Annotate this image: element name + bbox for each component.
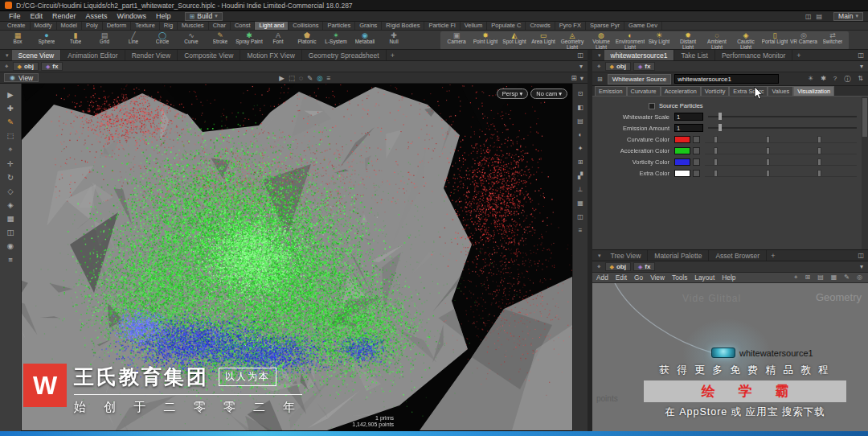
- shelf-tool[interactable]: ▮ Tube: [61, 31, 90, 45]
- shelf-tool[interactable]: ⬟ Platonic: [293, 31, 321, 45]
- param-slider[interactable]: [708, 127, 857, 129]
- param-value-field[interactable]: 1: [674, 113, 703, 121]
- shelf-tab[interactable]: Crowds: [526, 22, 555, 30]
- shelf-tab[interactable]: Rig: [160, 22, 178, 30]
- slider-handle[interactable]: [766, 147, 770, 154]
- view-toolbar-icon[interactable]: ◌: [299, 74, 303, 82]
- pane-maximize-icon[interactable]: ◫: [575, 51, 585, 59]
- param-header-icon[interactable]: ⓘ: [842, 75, 852, 84]
- shelf-tool[interactable]: ⇄ Switcher: [818, 31, 847, 50]
- shelf-tool[interactable]: ▣ Camera: [442, 31, 471, 50]
- shelf-tab[interactable]: Const: [231, 22, 256, 30]
- color-sliders[interactable]: [705, 147, 857, 154]
- view-toolbar-icon[interactable]: ▶: [279, 74, 285, 82]
- pane-tab[interactable]: Asset Browser: [709, 250, 767, 261]
- network-menu-item[interactable]: Add: [596, 274, 608, 282]
- slider-handle[interactable]: [766, 136, 770, 143]
- slider-handle[interactable]: [817, 158, 821, 166]
- add-tab-button[interactable]: +: [792, 51, 805, 60]
- slider-handle[interactable]: [817, 147, 821, 154]
- view-toolbar-icon[interactable]: ⬚: [289, 74, 295, 82]
- monitor-icon[interactable]: ◫: [804, 13, 813, 20]
- shelf-tab[interactable]: Particles: [323, 22, 355, 30]
- color-sliders[interactable]: [705, 158, 857, 166]
- pin-icon[interactable]: ⌖: [3, 63, 10, 71]
- view-toolbar-icon[interactable]: ≡: [327, 74, 331, 82]
- desktop-selector[interactable]: ⊞ Build ▾: [185, 12, 223, 21]
- path-chip[interactable]: ◆ obj: [605, 262, 631, 271]
- network-menu-item[interactable]: Help: [722, 274, 735, 282]
- path-chip[interactable]: ◆ obj: [13, 62, 39, 71]
- tool-column-icon[interactable]: ≡: [8, 255, 13, 264]
- scrollbar-thumb[interactable]: [862, 98, 867, 137]
- param-header-icon[interactable]: ✳: [806, 75, 815, 84]
- tool-column-icon[interactable]: ▦: [7, 214, 14, 223]
- pane-menu-icon[interactable]: ▾: [595, 52, 604, 59]
- shelf-tool[interactable]: ◌ Ambient Light: [702, 31, 731, 50]
- path-chip[interactable]: ◈ fx: [633, 262, 656, 271]
- path-chip[interactable]: ◈ fx: [633, 62, 656, 71]
- main-desktop-chip[interactable]: Main ▾: [833, 12, 863, 21]
- tool-column-icon[interactable]: ↻: [7, 173, 14, 182]
- shelf-tool[interactable]: ▭ Area Light: [529, 31, 558, 50]
- menu-item[interactable]: Render: [48, 12, 80, 20]
- node-name-field[interactable]: [674, 74, 779, 84]
- menu-item[interactable]: Windows: [113, 12, 151, 20]
- menu-item[interactable]: Edit: [27, 12, 47, 20]
- pane-tab[interactable]: Tree View: [604, 250, 649, 261]
- pane-tab[interactable]: Motion FX View: [240, 50, 301, 60]
- slider-handle[interactable]: [719, 124, 722, 131]
- pane-tab[interactable]: Performance Monitor: [715, 50, 792, 60]
- tool-column-icon[interactable]: ◫: [7, 228, 14, 237]
- shelf-tool[interactable]: ◉ Metaball: [350, 31, 379, 45]
- path-chip[interactable]: ◆ obj: [605, 62, 631, 71]
- display-option-icon[interactable]: ⊡: [578, 90, 583, 97]
- layout-icon[interactable]: ▤: [814, 13, 824, 20]
- shelf-tool[interactable]: ◍ Volume Light: [587, 31, 616, 50]
- shelf-tab[interactable]: Modify: [31, 22, 57, 30]
- tool-column-icon[interactable]: ✛: [7, 159, 14, 168]
- slider-handle[interactable]: [714, 170, 718, 177]
- display-option-icon[interactable]: ▦: [577, 199, 583, 207]
- param-slider[interactable]: [708, 116, 857, 117]
- add-tab-button[interactable]: +: [767, 252, 779, 260]
- slider-handle[interactable]: [714, 136, 718, 143]
- shelf-tool[interactable]: ◎ VR Camera: [789, 31, 818, 50]
- chevron-down-icon[interactable]: ▾: [858, 263, 865, 270]
- network-toolbar-icon[interactable]: ⊞: [803, 274, 812, 282]
- shelf-tab[interactable]: Model: [57, 22, 82, 30]
- persp-selector[interactable]: Persp ▾: [497, 88, 528, 99]
- tool-column-icon[interactable]: ✎: [7, 117, 14, 126]
- pane-menu-icon[interactable]: ▾: [2, 52, 12, 59]
- shelf-tool[interactable]: ◯ Circle: [148, 31, 177, 45]
- shelf-tool[interactable]: ✶ L-System: [321, 31, 350, 45]
- color-options-button[interactable]: [693, 170, 700, 177]
- param-tab[interactable]: Curvature: [627, 86, 661, 96]
- display-option-icon[interactable]: ◫: [577, 213, 583, 220]
- shelf-tool[interactable]: ✱ Spray Paint: [235, 31, 264, 45]
- node-whitewatersource1[interactable]: whitewatersource1: [711, 348, 813, 358]
- shelf-tool[interactable]: ✎ Stroke: [206, 31, 235, 45]
- shelf-tab[interactable]: Deform: [103, 22, 132, 30]
- slider-handle[interactable]: [714, 158, 718, 166]
- slider-handle[interactable]: [817, 136, 821, 143]
- shelf-tool[interactable]: A Font: [264, 31, 293, 45]
- pane-maximize-icon[interactable]: ◫: [856, 252, 866, 259]
- shelf-tool[interactable]: ☀ Sky Light: [645, 31, 674, 50]
- viewport-3d[interactable]: Persp ▾ No cam ▾ 1 prims 1,142,905 point…: [22, 84, 572, 431]
- shelf-tool[interactable]: ✚ Null: [379, 31, 408, 45]
- network-menu-item[interactable]: Go: [634, 274, 643, 282]
- color-swatch[interactable]: [674, 136, 690, 143]
- display-option-icon[interactable]: ▤: [577, 117, 583, 125]
- pane-tab[interactable]: Take List: [674, 50, 715, 60]
- param-header-icon[interactable]: ⇅: [856, 75, 865, 84]
- tool-column-icon[interactable]: ⬚: [7, 131, 14, 140]
- pane-tab[interactable]: Geometry Spreadsheet: [302, 50, 387, 60]
- shelf-tab[interactable]: Muscles: [178, 22, 209, 30]
- shelf-tool[interactable]: ▯ Portal Light: [760, 31, 789, 50]
- param-tab[interactable]: Emission: [595, 86, 627, 96]
- shelf-tool[interactable]: ● Sphere: [32, 31, 61, 45]
- tool-column-icon[interactable]: ◈: [7, 200, 13, 209]
- tool-column-icon[interactable]: ◇: [7, 187, 13, 195]
- shelf-tab[interactable]: Sparse Pyr: [586, 22, 624, 30]
